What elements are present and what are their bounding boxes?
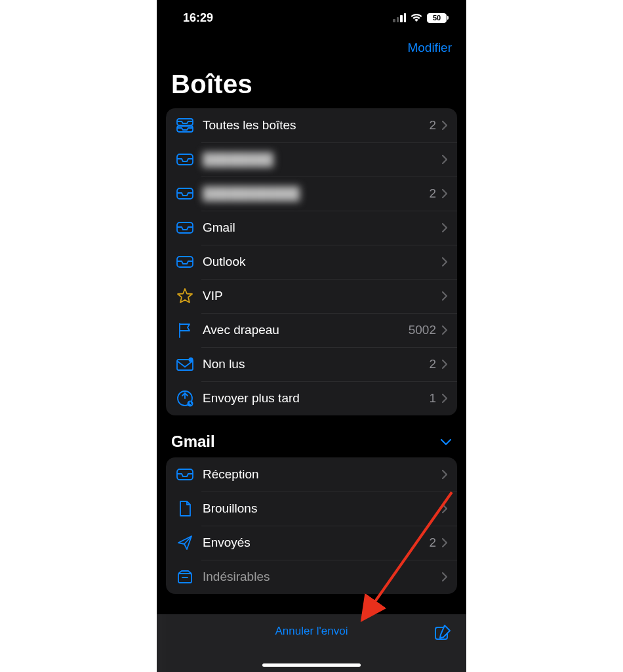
folder-row[interactable]: Réception [166,457,457,492]
phone-screen: 16:29 50 Modifier Boîtes Toutes les boît… [157,0,466,672]
mailbox-label: Gmail [203,220,441,235]
mailbox-label: Outlook [203,255,441,269]
junk-icon [175,570,195,584]
mailbox-label: Envoyés [203,536,429,550]
svg-rect-10 [177,469,193,480]
svg-rect-4 [177,222,193,233]
svg-rect-11 [178,574,191,583]
chevron-right-icon [441,503,448,514]
folder-row[interactable]: Indésirables [166,560,457,594]
mailbox-label: Indésirables [203,570,441,584]
chevron-right-icon [441,325,448,335]
unread-count: 2 [429,118,436,133]
mailbox-row[interactable]: Toutes les boîtes2 [166,108,457,142]
chevron-right-icon [441,120,448,131]
home-indicator[interactable] [262,663,361,667]
battery-icon: 50 [427,13,447,23]
mailbox-row[interactable]: VIP [166,279,457,313]
chevron-right-icon [441,572,448,582]
page-title: Boîtes [157,58,466,108]
chevron-right-icon [441,154,448,165]
chevron-right-icon [441,469,448,480]
mailbox-label: VIP [203,289,441,303]
bottom-toolbar: Annuler l'envoi [157,614,466,672]
inbox-icon [175,221,195,234]
unread-count: 1 [429,391,436,406]
svg-point-7 [189,358,193,362]
svg-rect-5 [177,257,193,267]
inbox-icon [175,468,195,481]
inbox-icon [175,255,195,268]
mailbox-label: ████████ [203,152,441,167]
status-bar: 16:29 50 [157,0,466,35]
unread-count: 2 [429,536,436,550]
section-title: Gmail [171,432,215,451]
mailbox-row[interactable]: Outlook [166,245,457,279]
nav-bar: Modifier [157,35,466,58]
undo-send-button[interactable]: Annuler l'envoi [157,625,466,638]
sent-icon [175,534,195,551]
chevron-right-icon [441,257,448,267]
unread-count: 2 [429,186,436,201]
svg-rect-3 [177,188,193,199]
mailbox-label: Envoyer plus tard [203,391,429,406]
inbox-icon [175,153,195,166]
folder-row[interactable]: Brouillons [166,492,457,526]
mailbox-label: Non lus [203,357,429,371]
chevron-right-icon [441,291,448,301]
send-later-icon [175,389,195,408]
compose-button[interactable] [433,623,452,644]
mailboxes-list: Toutes les boîtes2███████████████████2Gm… [166,108,457,415]
all-inboxes-icon [175,117,195,133]
cellular-signal-icon [393,13,406,22]
svg-rect-0 [177,119,193,125]
svg-rect-2 [177,154,193,165]
wifi-icon [410,13,423,22]
mailbox-label: Brouillons [203,501,441,516]
mailbox-label: ███████████ [203,186,429,201]
drafts-icon [175,500,195,517]
svg-rect-1 [177,126,193,132]
chevron-down-icon [440,438,452,446]
unread-count: 5002 [409,323,436,337]
mailbox-row[interactable]: Envoyer plus tard1 [166,381,457,415]
folder-row[interactable]: Envoyés2 [166,526,457,560]
status-right: 50 [393,13,447,23]
unread-count: 2 [429,357,436,371]
compose-icon [433,623,452,642]
mailbox-row[interactable]: Gmail [166,211,457,245]
mailbox-row[interactable]: Avec drapeau5002 [166,313,457,347]
mailbox-row[interactable]: ████████ [166,142,457,177]
chevron-right-icon [441,359,448,369]
mailbox-label: Toutes les boîtes [203,118,429,133]
inbox-icon [175,187,195,200]
gmail-folders-list: RéceptionBrouillonsEnvoyés2Indésirables [166,457,457,594]
section-header-gmail[interactable]: Gmail [157,415,466,457]
clock: 16:29 [176,11,213,25]
mailbox-label: Réception [203,467,441,482]
chevron-right-icon [441,188,448,199]
star-icon [175,287,195,304]
mailbox-row[interactable]: Non lus2 [166,347,457,381]
chevron-right-icon [441,393,448,404]
mailbox-label: Avec drapeau [203,323,409,337]
unread-icon [175,357,195,371]
mailbox-row[interactable]: ███████████2 [166,177,457,211]
edit-button[interactable]: Modifier [407,41,452,55]
chevron-right-icon [441,537,448,548]
chevron-right-icon [441,222,448,233]
battery-level: 50 [433,14,441,22]
flag-icon [175,322,195,339]
